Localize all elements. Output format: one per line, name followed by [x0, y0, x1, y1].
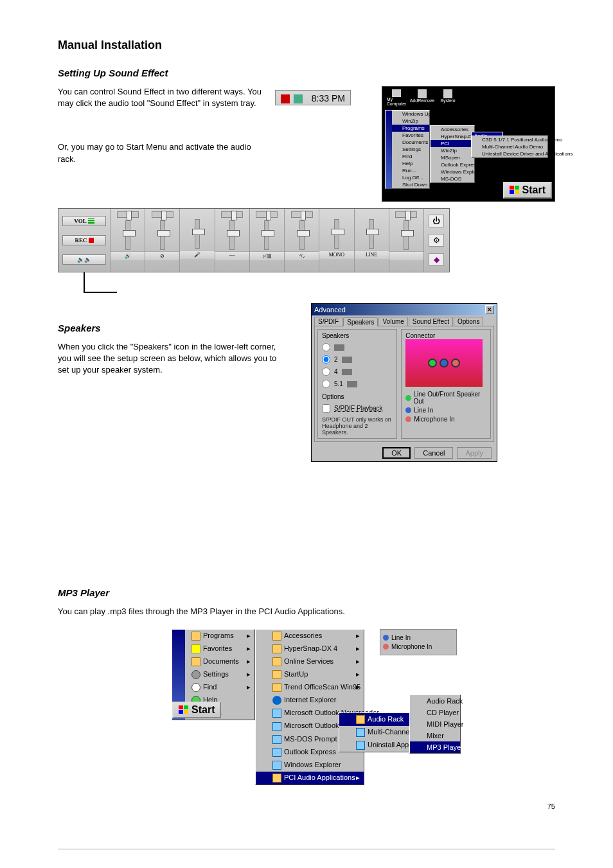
balance-4[interactable]: [221, 211, 243, 218]
cancel-button[interactable]: Cancel: [414, 447, 453, 459]
sm-favorites[interactable]: Favorites: [392, 132, 429, 139]
s2-col4[interactable]: Audio Rack CD Player MIDI Player Mixer M…: [409, 695, 461, 754]
s2c2-online[interactable]: Online Services: [284, 657, 333, 665]
s2-settings[interactable]: Settings: [203, 670, 229, 678]
ch-label-mono: MONO: [319, 250, 353, 259]
rec-button[interactable]: REC: [62, 235, 106, 245]
sm2-accessories[interactable]: Accessories: [431, 126, 474, 133]
fader-1[interactable]: [125, 220, 130, 250]
fader-8[interactable]: [369, 219, 374, 249]
speakers-button[interactable]: 🔈🔈: [62, 254, 106, 265]
power-icon[interactable]: ⏻: [429, 215, 444, 227]
sm2-pci[interactable]: PCI: [431, 140, 474, 147]
desktop-icon-system[interactable]: System: [440, 98, 455, 103]
sm2-msdos[interactable]: MS-DOS: [431, 175, 474, 182]
sm-find[interactable]: Find: [392, 153, 429, 160]
sm4-multichan[interactable]: Multi-Channel Audio Demo: [472, 143, 547, 150]
app-icon: [356, 741, 365, 750]
start-col-1[interactable]: Windows Update WinZip Programs Favorites…: [385, 110, 430, 189]
s2c2-startup[interactable]: StartUp: [284, 670, 308, 678]
system-tray[interactable]: 8:33 PM: [275, 90, 351, 105]
s2c2-oe[interactable]: Outlook Express: [284, 748, 336, 756]
s2c4-mp3[interactable]: MP3 Player: [427, 743, 463, 751]
s2c3-audiorack[interactable]: Audio Rack: [368, 715, 404, 723]
fader-4[interactable]: [229, 220, 235, 250]
desktop-icon-mycomputer[interactable]: My Computer: [387, 97, 407, 106]
sm2-hypersnap[interactable]: HyperSnap-DX: [431, 133, 474, 140]
sm2-winzip[interactable]: WinZip: [431, 147, 474, 154]
sm-logoff[interactable]: Log Off...: [392, 174, 429, 181]
s2c2-acc[interactable]: Accessories: [284, 632, 322, 639]
sm2-outlookx[interactable]: Outlook Express: [431, 161, 474, 168]
sm-run[interactable]: Run...: [392, 167, 429, 174]
fader-3[interactable]: [195, 219, 200, 249]
s2-favorites[interactable]: Favorites: [203, 644, 232, 652]
help-icon[interactable]: ◆: [429, 253, 444, 266]
start-col-2[interactable]: Accessories HyperSnap-DX PCI WinZip MSop…: [430, 125, 475, 183]
s2c2-ie[interactable]: Internet Explorer: [284, 696, 336, 704]
s2-col2[interactable]: Accessories HyperSnap-DX 4 Online Servic…: [255, 629, 364, 785]
start-button-2[interactable]: Start: [172, 702, 221, 718]
sm4-c3d[interactable]: C3D 5.1/7.1 Positional Audio Demo: [472, 136, 547, 143]
s2c2-outlook[interactable]: Microsoft Outlook: [284, 722, 339, 729]
close-button[interactable]: ✕: [485, 305, 494, 314]
find-icon: [191, 683, 200, 692]
spk-51-label: 5.1: [334, 380, 343, 387]
tab-volume[interactable]: Volume: [378, 317, 407, 326]
ok-button[interactable]: OK: [382, 447, 411, 459]
s2c4-cd[interactable]: CD Player: [427, 709, 459, 716]
s2c4-mixer[interactable]: Mixer: [427, 732, 444, 740]
settings-icon[interactable]: ⚙: [429, 234, 444, 247]
s2-programs[interactable]: Programs: [203, 632, 234, 639]
fader-9[interactable]: [404, 220, 409, 250]
balance-6[interactable]: [291, 211, 313, 218]
s2c2-we[interactable]: Windows Explorer: [284, 761, 341, 768]
s2c2-msdos[interactable]: MS-DOS Prompt: [284, 735, 337, 743]
tab-speakers[interactable]: Speakers: [343, 317, 378, 326]
balance-9[interactable]: [395, 211, 417, 218]
s2-find[interactable]: Find: [203, 683, 217, 691]
desktop-icon-addremove[interactable]: AddRemove: [410, 98, 435, 103]
sm2-winexpl[interactable]: Windows Explorer: [431, 168, 474, 175]
vol-button[interactable]: VOL: [62, 216, 106, 226]
start-button[interactable]: Start: [503, 182, 552, 199]
sm-programs[interactable]: Programs: [392, 125, 429, 132]
radio-spk-4[interactable]: [322, 368, 330, 376]
sm-windows-update[interactable]: Windows Update: [392, 111, 429, 118]
sm-settings[interactable]: Settings: [392, 146, 429, 153]
radio-spk-2[interactable]: [322, 355, 330, 364]
start-col-4[interactable]: C3D 5.1/7.1 Positional Audio Demo Multi-…: [471, 136, 548, 158]
apply-button[interactable]: Apply: [457, 447, 492, 459]
balance-2[interactable]: [152, 211, 173, 218]
sm-shutdown[interactable]: Shut Down...: [392, 181, 429, 188]
fader-6[interactable]: [299, 220, 305, 250]
sm4-uninstall[interactable]: Uninstall Device Driver and Applications: [472, 150, 547, 157]
app-icon: [272, 709, 281, 718]
balance-5[interactable]: [256, 211, 278, 218]
s2c2-trend[interactable]: Trend OfficeScan Win95: [284, 683, 360, 691]
s2c4-ar[interactable]: Audio Rack: [427, 697, 463, 705]
tray-icon-misc[interactable]: [294, 94, 303, 103]
sm-help[interactable]: Help: [392, 160, 429, 167]
spdif-playback-check[interactable]: [322, 404, 330, 412]
fader-7[interactable]: [334, 219, 339, 249]
sm2-msopen[interactable]: MSopen: [431, 154, 474, 161]
radio-spk-headphone[interactable]: [322, 343, 330, 351]
balance-1[interactable]: [117, 211, 139, 218]
sm-documents[interactable]: Documents: [392, 139, 429, 146]
fader-2[interactable]: [160, 220, 165, 250]
s2-col1[interactable]: Windows98 Programs Favorites Documents S…: [172, 629, 255, 721]
tray-icon-audio[interactable]: [281, 94, 290, 103]
s2c2-hyp[interactable]: HyperSnap-DX 4: [284, 644, 337, 652]
s2c4-midi[interactable]: MIDI Player: [427, 720, 463, 728]
tab-sound-effect[interactable]: Sound Effect: [409, 317, 453, 326]
tab-spdif[interactable]: S/PDIF: [314, 317, 342, 326]
fader-5[interactable]: [264, 220, 269, 250]
folder-icon: [272, 657, 281, 666]
s2c2-pci[interactable]: PCI Audio Applications: [284, 774, 355, 781]
tab-options[interactable]: Options: [454, 317, 483, 326]
sm-winzip[interactable]: WinZip: [392, 118, 429, 125]
radio-spk-51[interactable]: [322, 380, 330, 388]
s2-documents[interactable]: Documents: [203, 657, 239, 665]
ch-blank: [389, 251, 423, 260]
